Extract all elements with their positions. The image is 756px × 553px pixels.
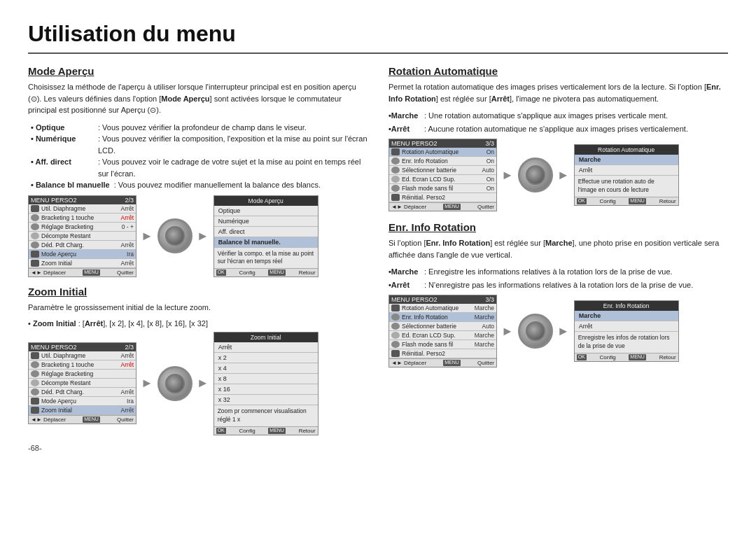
mode-apercu-screens: MENU PERSO2 2/3 Util. DiaphragmeArrêt Br… bbox=[28, 195, 368, 278]
arrow-right-5: ► bbox=[501, 168, 514, 183]
bullet-optique: • Optique : Vous pouvez vérifier la prof… bbox=[31, 122, 368, 134]
camera-lens-3 bbox=[518, 158, 553, 192]
enr-info-screen2: Enr. Info Rotation Marche Arrêt Enregist… bbox=[574, 300, 679, 362]
enr-info-bullets: •Marche : Enregistre les informations re… bbox=[388, 266, 728, 290]
mode-apercu-title: Mode Aperçu bbox=[28, 65, 368, 77]
bullet-balance: • Balance bl manuelle : Vous pouvez modi… bbox=[31, 179, 368, 191]
camera-lens-4 bbox=[518, 314, 553, 349]
rotation-auto-screens: MENU PERSO2 3/3 Rotation AutomatiqueOn E… bbox=[388, 139, 728, 211]
right-column: Rotation Automatique Permet la rotation … bbox=[388, 65, 728, 452]
enr-info-section: Enr. Info Rotation Si l'option [Enr. Inf… bbox=[388, 221, 728, 368]
left-column: Mode Aperçu Choisissez la méthode de l'a… bbox=[28, 65, 368, 452]
arrow-right-8: ► bbox=[557, 324, 570, 339]
camera-lens-1 bbox=[158, 218, 192, 253]
enr-info-screens: MENU PERSO2 3/3 Rotation AutomatiqueMarc… bbox=[388, 295, 728, 368]
arrow-right-6: ► bbox=[557, 168, 570, 183]
arrow-right-3: ► bbox=[141, 376, 153, 391]
camera-lens-2 bbox=[158, 366, 192, 401]
mode-apercu-screen2: Mode Aperçu Optique Numérique Aff. direc… bbox=[214, 195, 318, 278]
zoom-initial-screens: MENU PERSO2 2/3 Util. DiaphragmeArrêt Br… bbox=[28, 332, 368, 435]
rotation-auto-bullets: •Marche : Une rotation automatique s'app… bbox=[388, 110, 728, 134]
mode-apercu-screen1: MENU PERSO2 2/3 Util. DiaphragmeArrêt Br… bbox=[28, 195, 136, 277]
bullet-aff-direct: • Aff. direct : Vous pouvez voir le cadr… bbox=[31, 156, 368, 179]
zoom-initial-title: Zoom Initial bbox=[28, 286, 368, 298]
zoom-initial-note: • Zoom Initial : [Arrêt], [x 2], [x 4], … bbox=[28, 319, 368, 328]
bullet-numerique: • Numérique : Vous pouvez vérifier la co… bbox=[31, 133, 368, 156]
mode-apercu-body: Choisissez la méthode de l'aperçu à util… bbox=[28, 81, 368, 116]
rotation-auto-section: Rotation Automatique Permet la rotation … bbox=[388, 65, 728, 211]
rotation-auto-title: Rotation Automatique bbox=[388, 65, 728, 77]
mode-apercu-bullets: • Optique : Vous pouvez vérifier la prof… bbox=[28, 122, 368, 191]
rotation-auto-body: Permet la rotation automatique des image… bbox=[388, 81, 728, 104]
page-number: -68- bbox=[28, 444, 368, 452]
rotation-auto-screen2: Rotation Automatique Marche Arrêt Effect… bbox=[574, 144, 679, 206]
arrow-right-2: ► bbox=[197, 229, 209, 244]
arrow-right-4: ► bbox=[197, 376, 209, 391]
zoom-initial-body: Paramètre le grossissement initial de la… bbox=[28, 302, 368, 314]
zoom-initial-section: Zoom Initial Paramètre le grossissement … bbox=[28, 286, 368, 435]
enr-info-body: Si l'option [Enr. Info Rotation] est rég… bbox=[388, 237, 728, 260]
arrow-right-7: ► bbox=[501, 324, 514, 339]
zoom-initial-screen2: Zoom Initial Arrêt x 2 x 4 x 8 x 16 x 32… bbox=[214, 332, 318, 435]
zoom-initial-screen1: MENU PERSO2 2/3 Util. DiaphragmeArrêt Br… bbox=[28, 342, 136, 424]
rotation-auto-screen1: MENU PERSO2 3/3 Rotation AutomatiqueOn E… bbox=[388, 139, 497, 211]
enr-info-title: Enr. Info Rotation bbox=[388, 221, 728, 233]
arrow-right-1: ► bbox=[141, 229, 153, 244]
enr-info-screen1: MENU PERSO2 3/3 Rotation AutomatiqueMarc… bbox=[388, 295, 497, 368]
mode-apercu-section: Mode Aperçu Choisissez la méthode de l'a… bbox=[28, 65, 368, 277]
page-title: Utilisation du menu bbox=[28, 21, 728, 54]
